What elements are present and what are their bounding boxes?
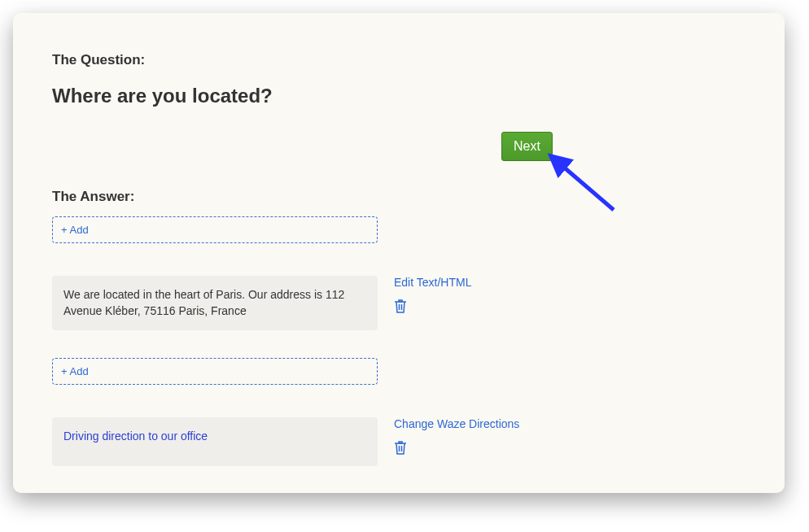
trash-icon[interactable] (394, 299, 471, 313)
add-block-button-top[interactable]: + Add (52, 216, 378, 243)
editor-card: The Question: Where are you located? Nex… (13, 13, 785, 493)
block-actions: Change Waze Directions (394, 417, 519, 455)
add-block-button-mid[interactable]: + Add (52, 358, 378, 385)
question-text: Where are you located? (52, 85, 785, 107)
next-button[interactable]: Next (501, 132, 553, 161)
annotation-arrow-icon (542, 150, 623, 223)
add-label: + Add (61, 365, 89, 377)
edit-text-link[interactable]: Edit Text/HTML (394, 276, 471, 289)
trash-icon[interactable] (394, 440, 519, 455)
text-block-content: We are located in the heart of Paris. Ou… (52, 276, 378, 330)
answer-block-text: We are located in the heart of Paris. Ou… (52, 276, 785, 330)
answer-block-waze: Driving direction to our office Change W… (52, 417, 785, 466)
waze-direction-link[interactable]: Driving direction to our office (63, 430, 208, 443)
change-waze-link[interactable]: Change Waze Directions (394, 417, 519, 430)
waze-block-content: Driving direction to our office (52, 417, 378, 466)
question-label: The Question: (52, 52, 785, 68)
add-label: + Add (61, 224, 89, 236)
answer-label: The Answer: (52, 189, 785, 205)
block-actions: Edit Text/HTML (394, 276, 471, 313)
